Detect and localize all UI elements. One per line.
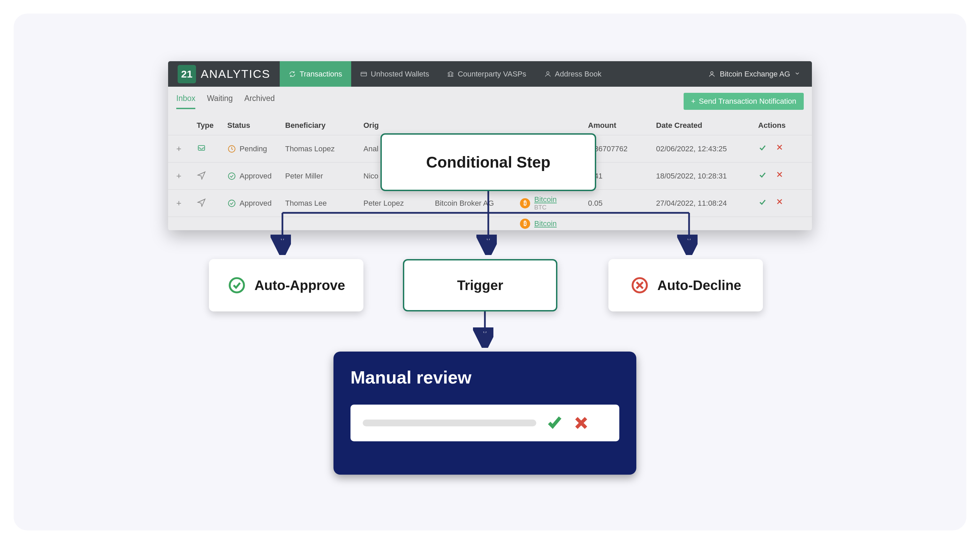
tab-waiting[interactable]: Waiting — [207, 94, 233, 109]
bitcoin-icon: ₿ — [520, 198, 530, 208]
counterparty: Bitcoin Broker AG — [435, 199, 520, 208]
nav-counterparty-vasps[interactable]: Counterparty VASPs — [438, 61, 535, 87]
card-label: Trigger — [457, 278, 503, 293]
decline-action[interactable] — [776, 198, 783, 209]
nav-label: Transactions — [299, 70, 342, 79]
nav-label: Unhosted Wallets — [371, 70, 430, 79]
svg-point-2 — [711, 71, 713, 74]
date: 02/06/2022, 12:43:25 — [656, 144, 758, 153]
col-originator: Orig — [363, 121, 435, 130]
nav-unhosted-wallets[interactable]: Unhosted Wallets — [351, 61, 438, 87]
row-actions — [758, 198, 799, 209]
approve-action[interactable] — [758, 171, 767, 182]
main-nav: Transactions Unhosted Wallets Counterpar… — [280, 61, 610, 87]
topbar: 21 ANALYTICS Transactions Unhosted Walle… — [168, 61, 812, 87]
send-button-label: Send Transaction Notification — [699, 97, 796, 106]
trigger-card: Trigger — [403, 259, 557, 311]
user-icon — [544, 70, 552, 78]
account-name: Bitcoin Exchange AG — [720, 70, 790, 79]
date: 27/04/2022, 11:08:24 — [656, 199, 758, 208]
bank-icon — [447, 70, 454, 78]
asset-link[interactable]: Bitcoin — [534, 219, 557, 228]
amount: 2.41 — [588, 172, 656, 181]
status-pending: Pending — [227, 144, 285, 153]
nav-transactions[interactable]: Transactions — [280, 61, 351, 87]
amount: 0.36707762 — [588, 144, 656, 153]
tabs: Inbox Waiting Archived — [176, 94, 275, 109]
col-actions: Actions — [758, 121, 799, 130]
tab-archived[interactable]: Archived — [244, 94, 275, 109]
logo-badge: 21 — [178, 65, 196, 83]
decline-action[interactable] — [776, 143, 783, 154]
review-item-placeholder — [363, 420, 536, 427]
approve-action[interactable] — [758, 143, 767, 154]
status-text: Approved — [240, 199, 272, 208]
nav-label: Counterparty VASPs — [458, 70, 526, 79]
brand-name: ANALYTICS — [201, 67, 270, 81]
asset-link[interactable]: Bitcoin — [534, 195, 557, 204]
col-date: Date Created — [656, 121, 758, 130]
bitcoin-icon: ₿ — [520, 219, 530, 229]
table-row: ₿ Bitcoin — [168, 217, 812, 230]
status-approved: Approved — [227, 199, 285, 208]
logo: 21 ANALYTICS — [168, 65, 280, 83]
chevron-down-icon — [794, 70, 800, 79]
wallet-icon — [360, 70, 368, 78]
approve-action[interactable] — [758, 198, 767, 209]
table-row: + Approved Thomas Lee Peter Lopez Bitcoi… — [168, 189, 812, 217]
expand-toggle[interactable]: + — [176, 171, 197, 181]
date: 18/05/2022, 10:28:31 — [656, 172, 758, 181]
beneficiary: Thomas Lopez — [285, 144, 363, 153]
expand-toggle[interactable]: + — [176, 198, 197, 208]
amount: 0.05 — [588, 199, 656, 208]
card-label: Auto-Approve — [255, 278, 345, 293]
x-icon[interactable] — [573, 415, 589, 431]
tab-inbox[interactable]: Inbox — [176, 94, 195, 109]
status-text: Pending — [240, 144, 267, 153]
asset-sub: BTC — [534, 204, 557, 211]
svg-rect-0 — [361, 72, 366, 76]
asset-cell: ₿ Bitcoin — [520, 219, 588, 229]
manual-review-card: Manual review — [334, 352, 636, 475]
subbar: Inbox Waiting Archived + Send Transactio… — [168, 87, 812, 110]
row-actions — [758, 143, 799, 154]
expand-toggle[interactable]: + — [176, 143, 197, 154]
beneficiary: Peter Miller — [285, 172, 363, 181]
col-status: Status — [227, 121, 285, 130]
user-icon — [708, 70, 716, 78]
refresh-icon — [288, 70, 296, 78]
card-label: Conditional Step — [426, 153, 550, 171]
svg-point-5 — [228, 173, 235, 179]
svg-point-6 — [228, 200, 235, 207]
beneficiary: Thomas Lee — [285, 199, 363, 208]
nav-address-book[interactable]: Address Book — [535, 61, 611, 87]
card-label: Auto-Decline — [657, 278, 741, 293]
send-icon — [197, 170, 227, 182]
inbox-icon — [197, 143, 227, 155]
plus-icon: + — [691, 97, 695, 106]
status-text: Approved — [240, 172, 272, 181]
col-type: Type — [197, 121, 227, 130]
conditional-step-card: Conditional Step — [380, 133, 596, 191]
check-circle-icon — [227, 276, 247, 295]
table-header: Type Status Beneficiary Orig Amount Date… — [168, 116, 812, 135]
auto-approve-card: Auto-Approve — [209, 259, 363, 311]
send-icon — [197, 198, 227, 209]
diagram-frame: 21 ANALYTICS Transactions Unhosted Walle… — [14, 14, 966, 530]
auto-decline-card: Auto-Decline — [608, 259, 763, 311]
manual-review-row — [350, 404, 619, 441]
col-amount: Amount — [588, 121, 656, 130]
x-circle-icon — [630, 276, 649, 295]
check-icon[interactable] — [546, 415, 563, 431]
originator: Peter Lopez — [363, 199, 435, 208]
asset-cell: ₿ Bitcoin BTC — [520, 195, 588, 211]
col-beneficiary: Beneficiary — [285, 121, 363, 130]
decline-action[interactable] — [776, 171, 783, 182]
svg-point-1 — [546, 71, 549, 74]
account-menu[interactable]: Bitcoin Exchange AG — [697, 70, 812, 79]
send-transaction-button[interactable]: + Send Transaction Notification — [684, 93, 804, 110]
manual-title: Manual review — [350, 367, 619, 388]
nav-label: Address Book — [555, 70, 601, 79]
status-approved: Approved — [227, 172, 285, 181]
row-actions — [758, 171, 799, 182]
